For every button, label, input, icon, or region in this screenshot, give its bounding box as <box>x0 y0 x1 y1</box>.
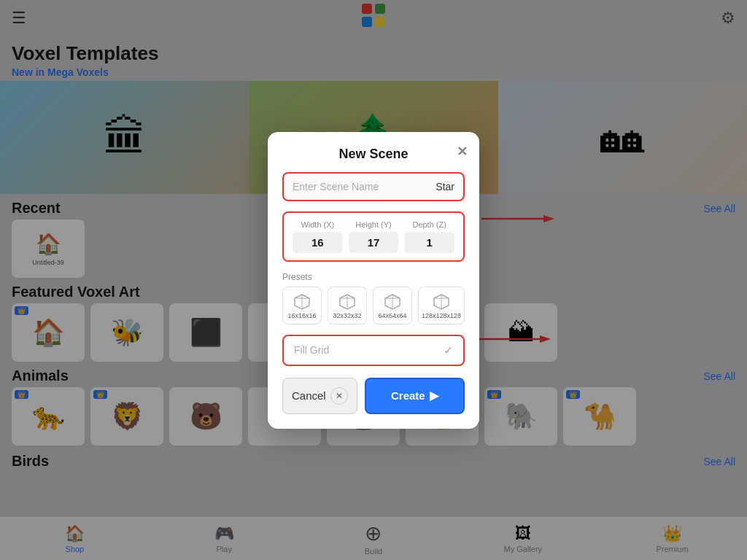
depth-label: Depth (Z) <box>404 220 454 229</box>
fill-grid-field[interactable]: Fill Grid ✓ <box>282 335 465 366</box>
dimensions-values: 16 17 1 <box>293 232 454 253</box>
scene-name-field[interactable]: Enter Scene Name Star <box>282 172 465 201</box>
preset-size-2: 32x32x32 <box>333 312 361 319</box>
width-label: Width (X) <box>293 220 343 229</box>
cancel-x-icon: ✕ <box>330 387 348 405</box>
preset-cube-icon-2 <box>337 292 357 312</box>
preset-32[interactable]: 32x32x32 <box>328 287 367 324</box>
preset-cube-icon-4 <box>431 292 452 312</box>
modal-close-button[interactable]: ✕ <box>457 144 468 160</box>
preset-cube-icon-1 <box>292 292 312 312</box>
preset-cube-icon-3 <box>382 292 403 312</box>
width-value[interactable]: 16 <box>293 232 343 253</box>
preset-16[interactable]: 16x16x16 <box>282 287 322 324</box>
create-label: Create <box>391 389 425 402</box>
preset-size-4: 128x128x128 <box>422 312 461 319</box>
presets-section: Presets 16x16x16 32x32x3 <box>282 272 465 324</box>
preset-128[interactable]: 128x128x128 <box>418 287 465 324</box>
new-scene-modal: New Scene ✕ Enter Scene Name Star Width … <box>268 132 479 429</box>
depth-value[interactable]: 1 <box>404 232 454 253</box>
preset-size-1: 16x16x16 <box>287 312 316 319</box>
cancel-button[interactable]: Cancel ✕ <box>282 378 357 414</box>
cancel-label: Cancel <box>292 389 326 402</box>
create-button[interactable]: Create ▶ <box>365 378 465 414</box>
scene-name-placeholder: Enter Scene Name <box>293 181 379 192</box>
fill-grid-label: Fill Grid <box>294 344 329 356</box>
height-value[interactable]: 17 <box>349 232 399 253</box>
presets-label: Presets <box>282 272 465 282</box>
modal-title: New Scene <box>282 147 465 162</box>
preset-size-3: 64x64x64 <box>378 312 406 319</box>
dimensions-section: Width (X) Height (Y) Depth (Z) 16 17 1 <box>282 211 465 262</box>
create-arrow-icon: ▶ <box>430 389 438 402</box>
preset-64[interactable]: 64x64x64 <box>373 287 412 324</box>
fill-grid-check-icon: ✓ <box>444 343 453 357</box>
presets-row: 16x16x16 32x32x32 64x6 <box>282 287 465 324</box>
modal-overlay[interactable]: New Scene ✕ Enter Scene Name Star Width … <box>0 0 747 560</box>
scene-name-value: Star <box>436 181 454 192</box>
modal-buttons: Cancel ✕ Create ▶ <box>282 378 465 414</box>
dimensions-labels: Width (X) Height (Y) Depth (Z) <box>293 220 454 229</box>
height-label: Height (Y) <box>349 220 399 229</box>
